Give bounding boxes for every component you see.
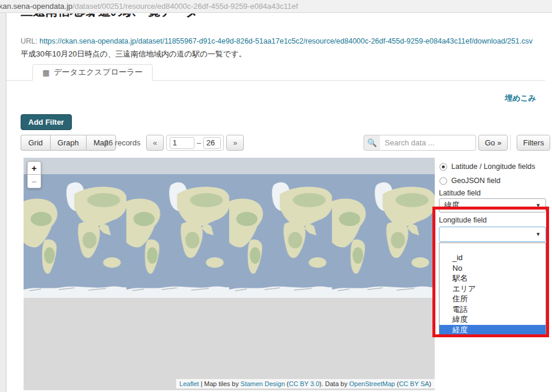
pager-from-input[interactable] bbox=[170, 137, 194, 149]
attribution-text: | Map tiles by bbox=[199, 380, 241, 387]
add-filter-button[interactable]: Add Filter bbox=[21, 114, 72, 130]
pager-prev-button[interactable]: « bbox=[146, 135, 164, 151]
toolbar-divider bbox=[510, 135, 511, 151]
pager-dash: – bbox=[197, 138, 201, 147]
map-empty-tiles-top bbox=[24, 158, 435, 174]
attribution-text: ) bbox=[429, 380, 431, 387]
dropdown-option-area[interactable]: エリア bbox=[439, 284, 546, 294]
screen: kan.sena-opendata.jp/dataset/00251/resou… bbox=[0, 0, 552, 392]
url-label: URL: bbox=[21, 37, 37, 45]
search-icon[interactable]: 🔍 bbox=[363, 135, 381, 151]
radio-geojson-label: GeoJSON field bbox=[451, 177, 500, 185]
radio-latlon-label: Latitude / Longitude fields bbox=[451, 162, 535, 171]
radio-geojson-unselected[interactable] bbox=[439, 177, 447, 185]
ccbysa-link[interactable]: CC BY SA bbox=[399, 380, 429, 387]
dropdown-option-jusho[interactable]: 住所 bbox=[439, 294, 546, 304]
pager-range-box: – bbox=[166, 135, 224, 151]
radio-latlon-selected[interactable] bbox=[439, 163, 447, 171]
browser-address-bar[interactable]: kan.sena-opendata.jp/dataset/00251/resou… bbox=[0, 0, 552, 13]
radio-row-geojson[interactable]: GeoJSON field bbox=[439, 177, 500, 185]
dropdown-option-ido[interactable]: 緯度 bbox=[439, 314, 546, 325]
resource-description: 平成30年10月20日時点の、三遠南信地域内の道の駅の一覧です。 bbox=[21, 49, 246, 59]
view-button-grid[interactable]: Grid bbox=[21, 135, 50, 151]
chevron-down-icon: ▼ bbox=[536, 231, 541, 237]
filters-button[interactable]: Filters bbox=[517, 135, 550, 151]
zoom-in-button[interactable]: + bbox=[27, 161, 41, 175]
chevron-down-icon: ▼ bbox=[536, 202, 541, 208]
pager-to-input[interactable] bbox=[203, 137, 221, 149]
resource-url-row: URL: https://ckan.sena-opendata.jp/datas… bbox=[21, 37, 533, 45]
map-zoom-control: + − bbox=[27, 161, 41, 188]
dropdown-option-no[interactable]: No bbox=[439, 263, 546, 274]
dropdown-option-denwa[interactable]: 電話 bbox=[439, 304, 546, 315]
search-go-button[interactable]: Go » bbox=[478, 135, 508, 151]
stamen-link[interactable]: Stamen Design bbox=[240, 380, 285, 387]
dropdown-option-keido-selected[interactable]: 経度 bbox=[439, 325, 546, 335]
osm-link[interactable]: OpenStreetMap bbox=[349, 380, 395, 387]
latitude-field-value: 緯度 bbox=[444, 200, 460, 211]
page-title-clipped: 三遠南信地域 道の駅一覧データ bbox=[21, 14, 351, 20]
search-input[interactable] bbox=[380, 135, 476, 151]
tab-label: データエクスプローラー bbox=[54, 67, 143, 78]
record-count: 26 records bbox=[104, 138, 140, 147]
dropdown-option-ekimei[interactable]: 駅名 bbox=[439, 273, 546, 284]
world-map-svg bbox=[24, 174, 435, 298]
resource-url-link[interactable]: https://ckan.sena-opendata.jp/dataset/11… bbox=[39, 37, 533, 45]
world-map-tiles[interactable] bbox=[24, 174, 435, 298]
radio-row-latlon[interactable]: Latitude / Longitude fields bbox=[439, 162, 535, 171]
table-grid-icon: ▦ bbox=[42, 68, 49, 77]
latitude-field-select[interactable]: 緯度 ▼ bbox=[439, 198, 546, 212]
page-title: 三遠南信地域 道の駅一覧データ bbox=[21, 14, 351, 20]
tab-data-explorer[interactable]: ▦ データエクスプローラー bbox=[32, 64, 153, 81]
left-gutter bbox=[0, 13, 6, 392]
view-switcher: Grid Graph Map bbox=[21, 135, 116, 151]
longitude-field-select[interactable]: ▼ bbox=[439, 227, 546, 242]
longitude-field-dropdown: _id No 駅名 エリア 住所 電話 緯度 経度 bbox=[439, 242, 546, 337]
attribution-text: ). Data by bbox=[319, 380, 349, 387]
embed-link[interactable]: 埋めこみ bbox=[505, 93, 536, 104]
dropdown-option-blank[interactable] bbox=[439, 243, 546, 253]
map-attribution: Leaflet | Map tiles by Stamen Design (CC… bbox=[176, 379, 435, 388]
pager-next-button[interactable]: » bbox=[226, 135, 244, 151]
zoom-out-button[interactable]: − bbox=[27, 175, 41, 188]
dropdown-option-id[interactable]: _id bbox=[439, 253, 546, 263]
leaflet-link[interactable]: Leaflet bbox=[180, 380, 199, 387]
url-host: kan.sena-opendata.jp bbox=[0, 2, 72, 11]
view-button-graph[interactable]: Graph bbox=[50, 135, 86, 151]
ccby-link[interactable]: CC BY 3.0 bbox=[289, 380, 319, 387]
latitude-field-label: Latitude field bbox=[439, 189, 481, 197]
longitude-field-label: Longitude field bbox=[439, 216, 487, 224]
leaflet-map[interactable]: + − Leaflet | Map tiles by Stamen Design… bbox=[24, 158, 435, 390]
url-path: /dataset/00251/resource/ed84000c-26df-45… bbox=[72, 2, 298, 11]
